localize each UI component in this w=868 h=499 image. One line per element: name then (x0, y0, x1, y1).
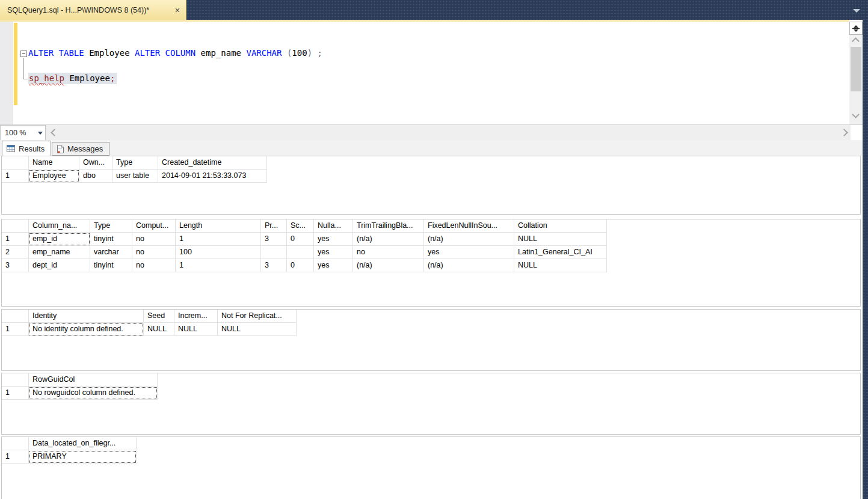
column-header[interactable]: Own... (79, 156, 112, 170)
grid-cell[interactable]: 3 (261, 233, 287, 246)
column-header[interactable]: Data_located_on_filegr... (29, 437, 137, 450)
grid-cell[interactable]: no (132, 259, 176, 272)
row-number-header[interactable] (2, 437, 29, 450)
column-header[interactable]: Increm... (174, 310, 218, 323)
row-number-header[interactable] (2, 219, 29, 233)
grid-cell[interactable]: PRIMARY (29, 450, 137, 464)
grid-cell[interactable]: 1 (176, 233, 261, 246)
row-number[interactable]: 1 (2, 170, 29, 183)
grid-cell[interactable]: emp_id (29, 233, 90, 246)
grid-cell[interactable]: tinyint (90, 233, 132, 246)
row-number[interactable]: 1 (2, 450, 29, 464)
ssms-window: SQLQuery1.sql - H...P\WINDOWS 8 (54))* ×… (0, 0, 868, 499)
grid-cell[interactable]: Employee (29, 170, 79, 183)
code-line[interactable]: ALTER TABLE Employee ALTER COLUMN emp_na… (28, 47, 322, 59)
result-panel-table-summary: NameOwn...TypeCreated_datetime1Employeed… (1, 156, 861, 215)
grid-cell[interactable]: no (132, 246, 176, 259)
chevron-down-icon[interactable] (853, 9, 860, 13)
zoom-dropdown-button[interactable] (35, 126, 45, 140)
grid-cell[interactable]: (n/a) (424, 233, 514, 246)
column-header[interactable]: Type (112, 156, 158, 170)
grid-cell[interactable]: NULL (174, 323, 218, 336)
row-number-header[interactable] (2, 310, 29, 323)
grid-cell[interactable]: no (353, 246, 424, 259)
column-header[interactable]: Created_datetime (158, 156, 267, 170)
grid-cell[interactable]: varchar (90, 246, 132, 259)
column-header[interactable]: Length (176, 219, 261, 233)
table-row: 1No identity column defined.NULLNULLNULL (2, 323, 297, 336)
grid-cell[interactable]: dbo (79, 170, 112, 183)
grid-cell[interactable]: 2014-09-01 21:53:33.073 (158, 170, 267, 183)
grid-cell[interactable]: (n/a) (353, 259, 424, 272)
column-header[interactable]: Pr... (261, 219, 287, 233)
tab-messages[interactable]: Messages (52, 142, 109, 156)
grid-cell[interactable]: dept_id (29, 259, 90, 272)
grid-cell[interactable]: no (132, 233, 176, 246)
column-header[interactable]: Identity (29, 310, 144, 323)
grid-cell[interactable]: emp_name (29, 246, 90, 259)
scroll-up-icon[interactable] (852, 37, 860, 45)
row-number[interactable]: 3 (2, 259, 29, 272)
grid-cell[interactable]: NULL (218, 323, 297, 336)
close-icon[interactable]: × (175, 6, 180, 14)
row-number-header[interactable] (2, 156, 29, 170)
column-header[interactable]: FixedLenNullInSou... (424, 219, 514, 233)
table-row: 1emp_idtinyintno130yes(n/a)(n/a)NULL (2, 233, 607, 246)
code-collapse-icon[interactable] (20, 51, 27, 57)
column-header[interactable]: Sc... (287, 219, 314, 233)
grid-cell[interactable]: user table (112, 170, 158, 183)
table-row: 2emp_namevarcharno100yesnoyesLatin1_Gene… (2, 246, 607, 259)
row-number[interactable]: 2 (2, 246, 29, 259)
grid-cell[interactable]: No identity column defined. (29, 323, 144, 336)
grid-cell[interactable] (261, 246, 287, 259)
grid-cell[interactable]: 1 (176, 259, 261, 272)
column-header[interactable]: Comput... (132, 219, 176, 233)
grid-cell[interactable] (287, 246, 314, 259)
column-header[interactable]: Seed (144, 310, 174, 323)
tab-results[interactable]: Results (2, 141, 51, 156)
document-tab[interactable]: SQLQuery1.sql - H...P\WINDOWS 8 (54))* × (0, 0, 186, 20)
column-header[interactable]: Not For Replicat... (218, 310, 297, 323)
grid-cell[interactable]: yes (314, 233, 353, 246)
column-header[interactable]: Name (29, 156, 79, 170)
row-number[interactable]: 1 (2, 233, 29, 246)
grid-cell[interactable]: yes (314, 259, 353, 272)
vertical-scroll-thumb[interactable] (851, 47, 861, 91)
column-header[interactable]: Nulla... (314, 219, 353, 233)
grid-cell[interactable]: NULL (514, 259, 607, 272)
sql-editor[interactable]: ALTER TABLE Employee ALTER COLUMN emp_na… (0, 22, 849, 124)
code-token: ) (307, 48, 312, 58)
grid-cell[interactable]: (n/a) (424, 259, 514, 272)
grid-cell[interactable]: Latin1_General_CI_AI (514, 246, 607, 259)
scroll-right-icon[interactable] (840, 129, 848, 136)
grid-cell[interactable]: yes (314, 246, 353, 259)
grid-cell[interactable]: (n/a) (353, 233, 424, 246)
results-grid-icon (7, 145, 15, 152)
grid-cell[interactable]: NULL (144, 323, 174, 336)
scroll-left-icon[interactable] (51, 129, 58, 136)
column-header[interactable]: Collation (514, 219, 607, 233)
tab-results-label: Results (19, 144, 45, 153)
column-header[interactable]: RowGuidCol (29, 373, 158, 387)
row-number-header[interactable] (2, 373, 29, 387)
row-number[interactable]: 1 (2, 323, 29, 336)
grid-cell[interactable]: tinyint (90, 259, 132, 272)
grid-cell[interactable]: 3 (261, 259, 287, 272)
code-line[interactable]: sp_help Employee; (28, 72, 117, 84)
grid-cell[interactable]: 0 (287, 259, 314, 272)
column-header[interactable]: Type (90, 219, 132, 233)
zoom-control[interactable]: 100 % (0, 125, 46, 141)
grid-cell[interactable]: No rowguidcol column defined. (29, 387, 158, 400)
editor-vertical-scrollbar[interactable] (849, 22, 863, 124)
scroll-down-icon[interactable] (852, 111, 860, 118)
editor-splitter-handle[interactable] (849, 22, 863, 35)
editor-horizontal-scrollbar[interactable]: 100 % (0, 124, 863, 140)
column-header[interactable]: Column_na... (29, 219, 90, 233)
grid-cell[interactable]: 100 (176, 246, 261, 259)
grid-cell[interactable]: NULL (514, 233, 607, 246)
grid-cell[interactable]: 0 (287, 233, 314, 246)
table-row: 1Employeedbouser table2014-09-01 21:53:3… (2, 170, 267, 183)
grid-cell[interactable]: yes (424, 246, 514, 259)
column-header[interactable]: TrimTrailingBla... (353, 219, 424, 233)
row-number[interactable]: 1 (2, 387, 29, 400)
